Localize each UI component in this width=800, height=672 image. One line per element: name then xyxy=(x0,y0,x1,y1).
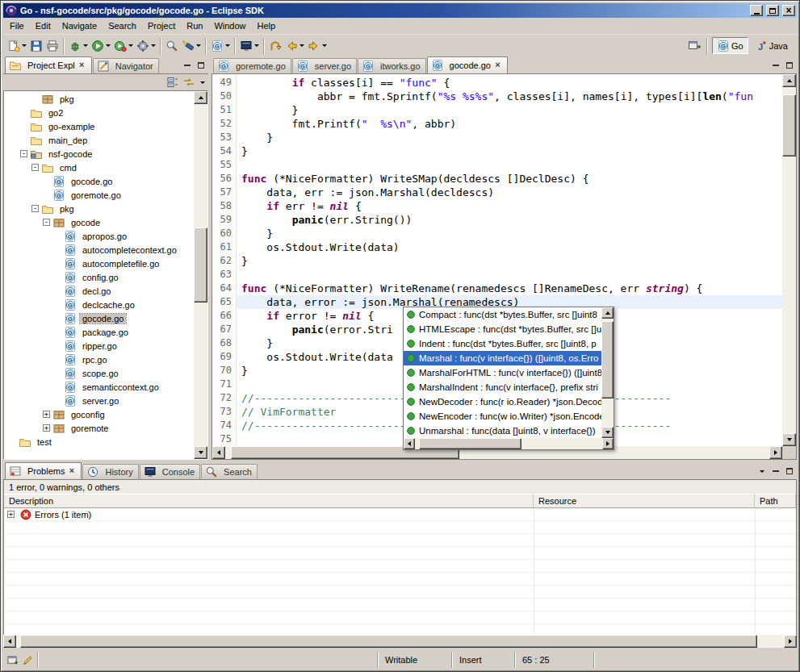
scroll-thumb[interactable] xyxy=(601,321,614,399)
tree-item-go2[interactable]: go2 xyxy=(4,106,194,119)
maximize-view-button[interactable] xyxy=(195,60,207,71)
column-header-resource[interactable]: Resource xyxy=(534,494,755,508)
minimize-view-button[interactable] xyxy=(769,465,781,477)
column-header-description[interactable]: Description xyxy=(4,494,534,508)
scroll-thumb[interactable] xyxy=(419,438,522,449)
scroll-left-button[interactable] xyxy=(212,446,225,459)
tree-item-server.go[interactable]: Gserver.go xyxy=(4,394,194,407)
tree-item-apropos.go[interactable]: Gapropos.go xyxy=(4,229,194,243)
external-tools-dropdown-icon[interactable] xyxy=(151,44,156,47)
tree-item-gocode.go[interactable]: Ggocode.go xyxy=(4,311,194,325)
search-button[interactable] xyxy=(180,37,203,55)
titlebar[interactable]: Go - nsf-gocode/src/pkg/gocode/gocode.go… xyxy=(3,3,797,18)
new-go-element-dropdown-icon[interactable] xyxy=(225,44,230,47)
scroll-down-button[interactable] xyxy=(782,433,796,446)
completion-item[interactable]: MarshalIndent : func(v interface{}, pref… xyxy=(404,380,601,394)
tree-item-rpc.go[interactable]: Grpc.go xyxy=(4,353,194,366)
run-history-button[interactable] xyxy=(112,37,135,55)
scroll-track[interactable] xyxy=(415,438,602,449)
tab-history[interactable]: History xyxy=(82,464,138,479)
errors-group-row[interactable]: Errors (1 item) xyxy=(4,508,796,521)
forward-dropdown-icon[interactable] xyxy=(322,44,327,47)
tree-item-declcache.go[interactable]: Gdeclcache.go xyxy=(4,298,194,311)
maximize-view-button[interactable] xyxy=(783,465,795,477)
minimize-view-button[interactable] xyxy=(181,60,193,71)
code-line-59[interactable]: panic(err.String()) xyxy=(237,213,782,227)
completion-item[interactable]: NewDecoder : func(r io.Reader) *json.Dec… xyxy=(404,394,601,409)
tree-item-autocompletefile.go[interactable]: Gautocompletefile.go xyxy=(4,257,194,270)
scroll-right-button[interactable] xyxy=(602,438,614,449)
code-line-57[interactable]: data, err := json.Marshal(decldescs) xyxy=(237,186,782,199)
back-button[interactable] xyxy=(283,37,306,55)
menu-search[interactable]: Search xyxy=(103,19,142,33)
code-line-51[interactable]: } xyxy=(237,103,782,117)
view-menu-button[interactable] xyxy=(200,81,205,84)
code-line-62[interactable]: } xyxy=(237,254,782,268)
code-line-58[interactable]: if err != nil { xyxy=(237,199,782,213)
new-go-element-button[interactable]: G xyxy=(209,37,232,55)
scroll-thumb[interactable] xyxy=(20,635,757,648)
tree-item-nsf-gocode[interactable]: nsf-gocode xyxy=(4,147,194,161)
expand-icon[interactable] xyxy=(43,424,50,432)
scroll-down-button[interactable] xyxy=(601,427,614,438)
popup-horizontal-scrollbar[interactable] xyxy=(404,438,614,449)
code-line-60[interactable]: } xyxy=(237,227,782,240)
collapse-icon[interactable] xyxy=(20,150,27,157)
perspective-go[interactable]: GGo xyxy=(712,37,748,54)
minimize-button[interactable] xyxy=(750,5,763,16)
menu-window[interactable]: Window xyxy=(208,19,251,33)
run-history-dropdown-icon[interactable] xyxy=(128,44,133,47)
menu-run[interactable]: Run xyxy=(181,19,208,33)
maximize-button[interactable] xyxy=(766,5,779,16)
scroll-right-button[interactable] xyxy=(784,635,797,648)
tree-item-test[interactable]: test xyxy=(4,435,194,449)
tree-vertical-scrollbar[interactable] xyxy=(194,91,207,459)
scroll-thumb[interactable] xyxy=(194,227,207,303)
tree-item-config.go[interactable]: Gconfig.go xyxy=(4,270,194,284)
completion-item[interactable]: Marshal : func(v interface{}) ([]uint8, … xyxy=(404,351,601,365)
menu-edit[interactable]: Edit xyxy=(30,19,57,33)
tree-item-scope.go[interactable]: Gscope.go xyxy=(4,366,194,380)
completion-item[interactable]: HTMLEscape : func(dst *bytes.Buffer, src… xyxy=(404,322,601,336)
perspective-java[interactable]: JJava xyxy=(750,37,793,54)
editor-tab-goremote.go[interactable]: Ggoremote.go xyxy=(213,58,291,73)
code-line-61[interactable]: os.Stdout.Write(data) xyxy=(237,240,782,254)
code-line-49[interactable]: if classes[i] == "func" { xyxy=(237,76,782,90)
tree-item-goconfig[interactable]: goconfig xyxy=(4,407,194,421)
code-line-63[interactable] xyxy=(237,268,782,282)
tree-item-cmd[interactable]: cmd xyxy=(4,161,194,174)
open-perspective-button[interactable] xyxy=(686,37,702,55)
code-line-54[interactable]: } xyxy=(237,144,782,158)
link-with-editor-button[interactable] xyxy=(182,76,195,89)
tab-search[interactable]: Search xyxy=(201,464,258,479)
scroll-track[interactable] xyxy=(16,635,784,648)
tab-console[interactable]: Console xyxy=(140,464,200,479)
run-dropdown-icon[interactable] xyxy=(106,44,111,47)
close-button[interactable] xyxy=(782,5,795,16)
new-wizard-button[interactable] xyxy=(6,37,28,55)
code-line-64[interactable]: func (*NiceFormatter) WriteRename(rename… xyxy=(237,282,782,295)
popup-vertical-scrollbar[interactable] xyxy=(601,307,614,438)
tab-project-explorer[interactable]: Project Expl xyxy=(5,56,92,73)
forward-button[interactable] xyxy=(306,37,329,55)
scroll-up-button[interactable] xyxy=(601,307,614,319)
menu-project[interactable]: Project xyxy=(142,19,181,33)
scroll-left-button[interactable] xyxy=(404,438,415,449)
scroll-down-button[interactable] xyxy=(194,446,207,459)
back-dropdown-icon[interactable] xyxy=(299,44,304,47)
tree-item-main_dep[interactable]: main_dep xyxy=(4,133,194,147)
scroll-left-button[interactable] xyxy=(3,635,16,648)
collapse-icon[interactable] xyxy=(31,164,39,171)
external-tools-button[interactable] xyxy=(135,37,157,55)
scroll-up-button[interactable] xyxy=(782,74,796,87)
open-console-button[interactable] xyxy=(238,37,261,55)
scroll-up-button[interactable] xyxy=(194,91,207,104)
collapse-icon[interactable] xyxy=(31,205,39,212)
open-console-dropdown-icon[interactable] xyxy=(254,44,259,47)
open-type-button[interactable] xyxy=(164,37,180,55)
menu-help[interactable]: Help xyxy=(252,19,282,33)
tree-item-pkg[interactable]: pkg xyxy=(4,202,194,215)
tree-item-gocode.go[interactable]: Ggocode.go xyxy=(4,174,194,188)
menu-file[interactable]: File xyxy=(4,19,30,33)
view-menu-button[interactable] xyxy=(760,470,764,473)
